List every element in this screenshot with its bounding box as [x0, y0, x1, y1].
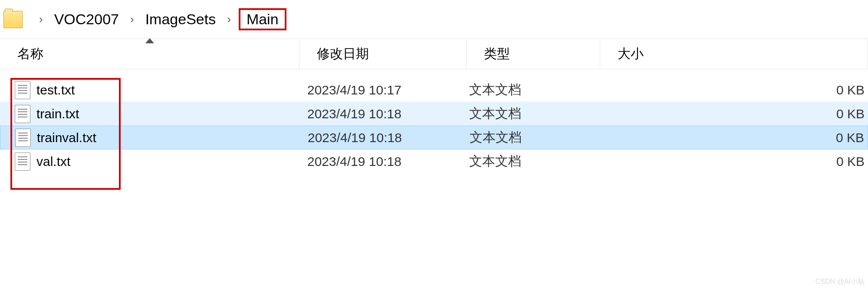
file-name-cell: train.txt: [0, 105, 299, 123]
file-name-cell: test.txt: [0, 81, 299, 99]
file-row[interactable]: test.txt 2023/4/19 10:17 文本文档 0 KB: [0, 78, 868, 102]
file-name: trainval.txt: [37, 130, 96, 145]
column-header-type[interactable]: 类型: [467, 39, 600, 69]
breadcrumb-item-imagesets[interactable]: ImageSets: [142, 8, 220, 30]
file-row[interactable]: val.txt 2023/4/19 10:18 文本文档 0 KB: [0, 149, 868, 173]
file-name: test.txt: [36, 83, 75, 97]
file-size: 0 KB: [600, 154, 868, 169]
breadcrumb-bar: › VOC2007 › ImageSets › Main: [0, 0, 868, 39]
file-type: 文本文档: [467, 129, 601, 146]
column-header-name[interactable]: 名称: [0, 39, 299, 69]
chevron-right-icon: ›: [39, 13, 43, 26]
watermark: CSDN @AI小杨: [815, 277, 865, 286]
chevron-right-icon: ›: [130, 13, 134, 26]
file-row[interactable]: train.txt 2023/4/19 10:18 文本文档 0 KB: [0, 102, 868, 126]
file-date: 2023/4/19 10:18: [300, 130, 467, 145]
column-header-row: 名称 修改日期 类型 大小: [0, 39, 868, 69]
file-size: 0 KB: [601, 130, 868, 145]
text-file-icon: [15, 81, 30, 99]
file-size: 0 KB: [600, 107, 868, 121]
file-size: 0 KB: [600, 83, 868, 97]
file-name: val.txt: [36, 154, 70, 169]
file-type: 文本文档: [467, 153, 600, 170]
column-header-name-label: 名称: [17, 45, 43, 63]
file-date: 2023/4/19 10:18: [299, 107, 467, 121]
file-type: 文本文档: [467, 105, 600, 123]
column-header-date[interactable]: 修改日期: [299, 39, 467, 69]
column-header-size[interactable]: 大小: [600, 39, 868, 69]
breadcrumb-item-voc2007[interactable]: VOC2007: [51, 8, 122, 30]
file-name-cell: trainval.txt: [0, 129, 300, 147]
chevron-right-icon: ›: [227, 13, 231, 26]
file-date: 2023/4/19 10:18: [299, 154, 467, 169]
file-date: 2023/4/19 10:17: [299, 83, 467, 97]
breadcrumb-item-main[interactable]: Main: [239, 8, 286, 30]
file-type: 文本文档: [467, 81, 600, 99]
folder-icon: [3, 11, 23, 28]
file-row[interactable]: trainval.txt 2023/4/19 10:18 文本文档 0 KB: [0, 126, 868, 149]
text-file-icon: [15, 129, 31, 147]
sort-ascending-icon: [145, 38, 154, 43]
file-name: train.txt: [36, 107, 79, 121]
text-file-icon: [15, 153, 30, 171]
file-name-cell: val.txt: [0, 153, 299, 171]
file-list: test.txt 2023/4/19 10:17 文本文档 0 KB train…: [0, 69, 868, 173]
text-file-icon: [15, 105, 30, 123]
